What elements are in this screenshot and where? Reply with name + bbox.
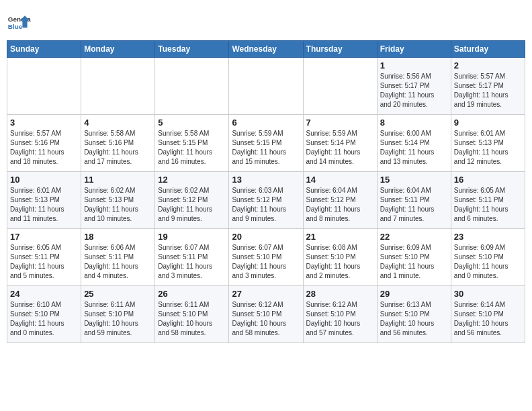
day-number: 15 [380, 175, 448, 185]
day-info: Sunrise: 5:58 AM Sunset: 5:15 PM Dayligh… [158, 129, 226, 167]
day-cell: 29Sunrise: 6:13 AM Sunset: 5:10 PM Dayli… [377, 286, 451, 343]
day-info: Sunrise: 6:11 AM Sunset: 5:10 PM Dayligh… [84, 300, 152, 338]
weekday-header-row: SundayMondayTuesdayWednesdayThursdayFrid… [7, 41, 525, 58]
day-cell: 21Sunrise: 6:08 AM Sunset: 5:10 PM Dayli… [303, 229, 377, 286]
day-number: 2 [454, 60, 522, 71]
weekday-header-wednesday: Wednesday [229, 41, 303, 58]
day-cell: 12Sunrise: 6:02 AM Sunset: 5:12 PM Dayli… [155, 172, 229, 229]
day-info: Sunrise: 6:11 AM Sunset: 5:10 PM Dayligh… [158, 300, 226, 338]
day-info: Sunrise: 6:02 AM Sunset: 5:13 PM Dayligh… [84, 186, 152, 224]
day-cell: 17Sunrise: 6:05 AM Sunset: 5:11 PM Dayli… [7, 229, 81, 286]
day-info: Sunrise: 6:03 AM Sunset: 5:12 PM Dayligh… [232, 186, 300, 224]
day-cell: 13Sunrise: 6:03 AM Sunset: 5:12 PM Dayli… [229, 172, 303, 229]
day-number: 22 [380, 232, 448, 242]
week-row-4: 17Sunrise: 6:05 AM Sunset: 5:11 PM Dayli… [7, 229, 525, 286]
page-header: General Blue [7, 7, 525, 35]
day-number: 11 [84, 175, 152, 185]
day-cell [229, 58, 303, 115]
day-number: 27 [232, 289, 300, 299]
day-info: Sunrise: 5:57 AM Sunset: 5:17 PM Dayligh… [454, 72, 522, 109]
day-cell: 2Sunrise: 5:57 AM Sunset: 5:17 PM Daylig… [451, 58, 525, 115]
day-cell: 16Sunrise: 6:05 AM Sunset: 5:11 PM Dayli… [451, 172, 525, 229]
day-number: 10 [10, 175, 78, 185]
day-cell: 26Sunrise: 6:11 AM Sunset: 5:10 PM Dayli… [155, 286, 229, 343]
day-cell: 23Sunrise: 6:09 AM Sunset: 5:10 PM Dayli… [451, 229, 525, 286]
day-info: Sunrise: 6:12 AM Sunset: 5:10 PM Dayligh… [232, 300, 300, 338]
day-number: 9 [454, 118, 522, 128]
weekday-header-thursday: Thursday [303, 41, 377, 58]
day-cell: 9Sunrise: 6:01 AM Sunset: 5:13 PM Daylig… [451, 115, 525, 172]
weekday-header-monday: Monday [81, 41, 155, 58]
day-info: Sunrise: 5:56 AM Sunset: 5:17 PM Dayligh… [380, 72, 448, 109]
day-cell: 27Sunrise: 6:12 AM Sunset: 5:10 PM Dayli… [229, 286, 303, 343]
day-cell: 6Sunrise: 5:59 AM Sunset: 5:15 PM Daylig… [229, 115, 303, 172]
day-info: Sunrise: 6:07 AM Sunset: 5:11 PM Dayligh… [158, 243, 226, 281]
day-cell: 25Sunrise: 6:11 AM Sunset: 5:10 PM Dayli… [81, 286, 155, 343]
day-info: Sunrise: 5:58 AM Sunset: 5:16 PM Dayligh… [84, 129, 152, 167]
day-number: 23 [454, 232, 522, 242]
day-cell: 3Sunrise: 5:57 AM Sunset: 5:16 PM Daylig… [7, 115, 81, 172]
day-cell: 28Sunrise: 6:12 AM Sunset: 5:10 PM Dayli… [303, 286, 377, 343]
week-row-5: 24Sunrise: 6:10 AM Sunset: 5:10 PM Dayli… [7, 286, 525, 343]
weekday-header-friday: Friday [377, 41, 451, 58]
day-cell: 14Sunrise: 6:04 AM Sunset: 5:12 PM Dayli… [303, 172, 377, 229]
day-cell: 1Sunrise: 5:56 AM Sunset: 5:17 PM Daylig… [377, 58, 451, 115]
day-number: 5 [158, 118, 226, 128]
week-row-1: 1Sunrise: 5:56 AM Sunset: 5:17 PM Daylig… [7, 58, 525, 115]
day-number: 14 [306, 175, 374, 185]
day-number: 25 [84, 289, 152, 299]
day-info: Sunrise: 6:02 AM Sunset: 5:12 PM Dayligh… [158, 186, 226, 224]
week-row-2: 3Sunrise: 5:57 AM Sunset: 5:16 PM Daylig… [7, 115, 525, 172]
svg-text:Blue: Blue [8, 23, 23, 30]
day-info: Sunrise: 6:07 AM Sunset: 5:10 PM Dayligh… [232, 243, 300, 281]
day-info: Sunrise: 5:59 AM Sunset: 5:14 PM Dayligh… [306, 129, 374, 167]
day-cell: 10Sunrise: 6:01 AM Sunset: 5:13 PM Dayli… [7, 172, 81, 229]
day-info: Sunrise: 6:05 AM Sunset: 5:11 PM Dayligh… [10, 243, 78, 281]
calendar-table: SundayMondayTuesdayWednesdayThursdayFrid… [7, 40, 525, 343]
day-info: Sunrise: 6:12 AM Sunset: 5:10 PM Dayligh… [306, 300, 374, 338]
day-number: 21 [306, 232, 374, 242]
day-info: Sunrise: 6:10 AM Sunset: 5:10 PM Dayligh… [10, 300, 78, 338]
day-number: 4 [84, 118, 152, 128]
day-number: 16 [454, 175, 522, 185]
day-info: Sunrise: 6:00 AM Sunset: 5:14 PM Dayligh… [380, 129, 448, 167]
day-cell [155, 58, 229, 115]
day-number: 17 [10, 232, 78, 242]
day-cell: 20Sunrise: 6:07 AM Sunset: 5:10 PM Dayli… [229, 229, 303, 286]
day-info: Sunrise: 6:05 AM Sunset: 5:11 PM Dayligh… [454, 186, 522, 224]
day-info: Sunrise: 6:04 AM Sunset: 5:12 PM Dayligh… [306, 186, 374, 224]
day-number: 29 [380, 289, 448, 299]
weekday-header-saturday: Saturday [451, 41, 525, 58]
day-info: Sunrise: 6:06 AM Sunset: 5:11 PM Dayligh… [84, 243, 152, 281]
day-number: 1 [380, 60, 448, 71]
day-number: 19 [158, 232, 226, 242]
day-cell: 24Sunrise: 6:10 AM Sunset: 5:10 PM Dayli… [7, 286, 81, 343]
day-number: 13 [232, 175, 300, 185]
day-cell: 8Sunrise: 6:00 AM Sunset: 5:14 PM Daylig… [377, 115, 451, 172]
day-info: Sunrise: 6:09 AM Sunset: 5:10 PM Dayligh… [380, 243, 448, 281]
day-cell: 4Sunrise: 5:58 AM Sunset: 5:16 PM Daylig… [81, 115, 155, 172]
day-number: 8 [380, 118, 448, 128]
day-info: Sunrise: 6:14 AM Sunset: 5:10 PM Dayligh… [454, 300, 522, 338]
day-info: Sunrise: 6:01 AM Sunset: 5:13 PM Dayligh… [10, 186, 78, 224]
day-info: Sunrise: 6:09 AM Sunset: 5:10 PM Dayligh… [454, 243, 522, 281]
day-cell [303, 58, 377, 115]
day-number: 20 [232, 232, 300, 242]
day-info: Sunrise: 6:01 AM Sunset: 5:13 PM Dayligh… [454, 129, 522, 167]
day-cell: 5Sunrise: 5:58 AM Sunset: 5:15 PM Daylig… [155, 115, 229, 172]
day-info: Sunrise: 6:04 AM Sunset: 5:11 PM Dayligh… [380, 186, 448, 224]
weekday-header-tuesday: Tuesday [155, 41, 229, 58]
day-cell: 22Sunrise: 6:09 AM Sunset: 5:10 PM Dayli… [377, 229, 451, 286]
day-number: 26 [158, 289, 226, 299]
day-cell: 19Sunrise: 6:07 AM Sunset: 5:11 PM Dayli… [155, 229, 229, 286]
logo-icon: General Blue [7, 11, 31, 35]
day-cell [81, 58, 155, 115]
day-cell: 18Sunrise: 6:06 AM Sunset: 5:11 PM Dayli… [81, 229, 155, 286]
day-info: Sunrise: 6:13 AM Sunset: 5:10 PM Dayligh… [380, 300, 448, 338]
day-number: 18 [84, 232, 152, 242]
day-number: 24 [10, 289, 78, 299]
day-cell: 15Sunrise: 6:04 AM Sunset: 5:11 PM Dayli… [377, 172, 451, 229]
day-number: 28 [306, 289, 374, 299]
day-number: 30 [454, 289, 522, 299]
day-cell [7, 58, 81, 115]
